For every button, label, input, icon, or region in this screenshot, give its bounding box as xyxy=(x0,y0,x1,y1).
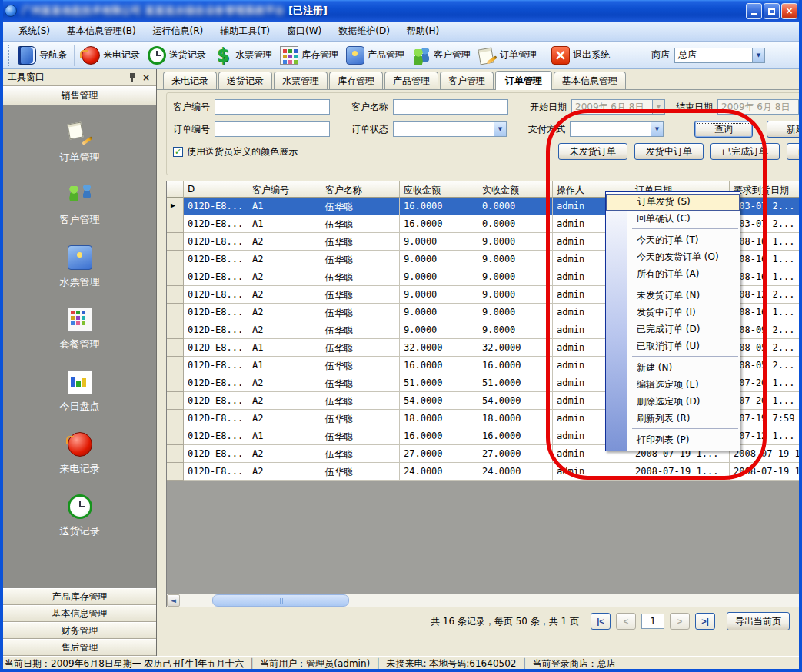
menu-delete-selected[interactable]: 删除选定项 (D) xyxy=(606,394,740,411)
toolbar-inventory[interactable]: 库存管理 xyxy=(276,45,342,66)
menu-all-orders[interactable]: 所有的订单 (A) xyxy=(606,266,740,283)
start-date-picker[interactable]: 2009年 6月 8日 ▼ xyxy=(571,99,665,115)
cancelled-orders-button[interactable]: 已取消订单 xyxy=(787,143,802,160)
page-number-input[interactable] xyxy=(641,614,664,629)
maximize-button[interactable] xyxy=(764,3,780,19)
context-menu-item[interactable] xyxy=(632,356,738,359)
sidebar-section-bar[interactable]: 基本信息管理 xyxy=(3,605,156,622)
toolbar-products[interactable]: 产品管理 xyxy=(342,45,408,66)
toolbar-call-records[interactable]: 来电记录 xyxy=(78,45,144,66)
shop-select[interactable]: 总店 ▼ xyxy=(674,48,765,63)
minimize-button[interactable] xyxy=(746,3,762,19)
column-header[interactable]: 客户编号 xyxy=(248,181,321,198)
tab[interactable]: 水票管理 xyxy=(274,72,328,89)
last-page-button[interactable]: >| xyxy=(695,613,715,630)
prev-page-button[interactable]: < xyxy=(616,613,636,630)
row-selector[interactable]: ▶ xyxy=(167,268,184,286)
pay-method-select[interactable]: ▼ xyxy=(570,121,664,137)
menu-completed-orders[interactable]: 已完成订单 (D) xyxy=(606,321,740,338)
menu-refresh-list[interactable]: 刷新列表 (R) xyxy=(606,411,740,427)
toolbar-nav-bar[interactable]: 导航条 xyxy=(14,45,71,66)
row-selector[interactable]: ▶ xyxy=(167,251,184,268)
row-selector[interactable]: ▶ xyxy=(167,198,184,215)
pin-icon[interactable] xyxy=(128,73,136,82)
row-selector[interactable]: ▶ xyxy=(167,445,184,463)
row-selector[interactable]: ▶ xyxy=(167,286,184,304)
unshipped-orders-button[interactable]: 未发货订单 xyxy=(558,143,627,160)
menu-receipt-confirm[interactable]: 回单确认 (C) xyxy=(606,211,740,228)
context-menu-item[interactable] xyxy=(632,228,738,231)
completed-orders-button[interactable]: 已完成订单 xyxy=(710,143,780,160)
tab[interactable]: 产品管理 xyxy=(384,72,438,89)
context-menu-item[interactable] xyxy=(632,428,738,431)
menu-edit-selected[interactable]: 编辑选定项 (E) xyxy=(606,377,740,394)
column-header[interactable] xyxy=(167,181,184,198)
toolbar-water-ticket[interactable]: 水票管理 xyxy=(210,45,276,66)
sidebar-section-bar[interactable]: 售后管理 xyxy=(3,639,156,656)
sidebar-close-icon[interactable]: × xyxy=(141,72,151,83)
menu-bar-item[interactable]: 系统(S) xyxy=(11,22,58,41)
menu-bar-item[interactable]: 运行信息(R) xyxy=(145,22,211,41)
menu-bar-item[interactable]: 窗口(W) xyxy=(279,22,329,41)
menu-print-list[interactable]: 打印列表 (P) xyxy=(606,432,740,449)
scrollbar-track[interactable] xyxy=(180,594,802,607)
scroll-left-icon[interactable]: ◄ xyxy=(167,594,180,607)
row-selector[interactable]: ▶ xyxy=(167,374,184,392)
menu-today-ship-orders[interactable]: 今天的发货订单 (O) xyxy=(606,249,740,266)
row-selector[interactable]: ▶ xyxy=(167,427,184,445)
horizontal-scrollbar[interactable]: ◄ ► xyxy=(167,594,802,607)
customer-name-input[interactable] xyxy=(393,99,508,115)
toolbar-exit[interactable]: 退出系统 xyxy=(547,45,614,66)
tab[interactable]: 订单管理 xyxy=(495,71,552,90)
sidebar-item-delivery-records[interactable]: 送货记录 xyxy=(60,494,100,538)
toolbar-button[interactable] xyxy=(617,45,617,66)
menu-bar-item[interactable]: 辅助工具(T) xyxy=(212,22,278,41)
sidebar-item-today-inventory[interactable]: 今日盘点 xyxy=(60,370,100,414)
close-button[interactable]: × xyxy=(781,3,797,19)
tab[interactable]: 来电记录 xyxy=(163,72,217,89)
new-button[interactable]: 新建 xyxy=(767,121,802,138)
column-header[interactable]: 要求到货日期 xyxy=(730,181,802,198)
sidebar-item-call-records[interactable]: 来电记录 xyxy=(60,432,100,476)
menu-new[interactable]: 新建 (N) xyxy=(606,360,740,377)
export-current-page-button[interactable]: 导出当前页 xyxy=(727,612,790,630)
title-bar[interactable]: 广州某某信息技术有限公司 某某送水综合业务管理系统平台 [已注册] × xyxy=(0,0,802,22)
order-status-select[interactable]: ▼ xyxy=(393,121,507,137)
sidebar-section-sales[interactable]: 销售管理 xyxy=(3,86,156,105)
tab[interactable]: 客户管理 xyxy=(440,72,494,89)
scrollbar-thumb[interactable] xyxy=(212,594,349,607)
toolbar-customers[interactable]: 客户管理 xyxy=(408,45,474,66)
query-button[interactable]: 查询 xyxy=(694,121,753,138)
context-menu-item[interactable] xyxy=(632,284,738,287)
tab[interactable]: 库存管理 xyxy=(329,72,383,89)
column-header[interactable]: D xyxy=(184,181,248,198)
checkbox-checked-icon[interactable]: ✓ xyxy=(173,147,183,157)
sidebar-section-bar[interactable]: 财务管理 xyxy=(3,622,156,639)
menu-today-orders[interactable]: 今天的订单 (T) xyxy=(606,232,740,249)
end-date-picker[interactable]: 2009年 6月 8日 ▼ xyxy=(717,99,802,115)
row-selector[interactable]: ▶ xyxy=(167,339,184,357)
column-header[interactable]: 实收金额 xyxy=(478,181,553,198)
sidebar-section-bar[interactable]: 产品库存管理 xyxy=(3,588,156,605)
menu-bar-item[interactable]: 基本信息管理(B) xyxy=(59,22,144,41)
row-selector[interactable]: ▶ xyxy=(167,215,184,233)
first-page-button[interactable]: |< xyxy=(591,613,611,630)
order-no-input[interactable] xyxy=(215,121,330,137)
menu-shipping-orders[interactable]: 发货中订单 (I) xyxy=(606,304,740,321)
next-page-button[interactable]: > xyxy=(670,613,690,630)
chevron-down-icon[interactable]: ▼ xyxy=(752,48,764,62)
toolbar-button[interactable] xyxy=(74,45,75,66)
column-header[interactable]: 客户名称 xyxy=(321,181,400,198)
table-row[interactable]: ▶ 012D-E8... A2 伍华聪 24.0000 24.0000 admi… xyxy=(167,463,802,481)
row-selector[interactable]: ▶ xyxy=(167,233,184,251)
row-selector[interactable]: ▶ xyxy=(167,357,184,374)
toolbar-orders[interactable]: 订单管理 xyxy=(474,45,541,66)
toolbar-delivery-records[interactable]: 送货记录 xyxy=(144,45,210,66)
chevron-down-icon[interactable]: ▼ xyxy=(651,122,663,136)
sidebar-item-water-ticket-management[interactable]: 水票管理 xyxy=(60,245,100,289)
shipping-orders-button[interactable]: 发货中订单 xyxy=(634,143,704,160)
menu-cancelled-orders[interactable]: 已取消订单 (U) xyxy=(606,338,740,355)
customer-no-input[interactable] xyxy=(215,99,330,115)
chevron-down-icon[interactable]: ▼ xyxy=(494,122,506,136)
toolbar-button[interactable] xyxy=(544,45,544,66)
